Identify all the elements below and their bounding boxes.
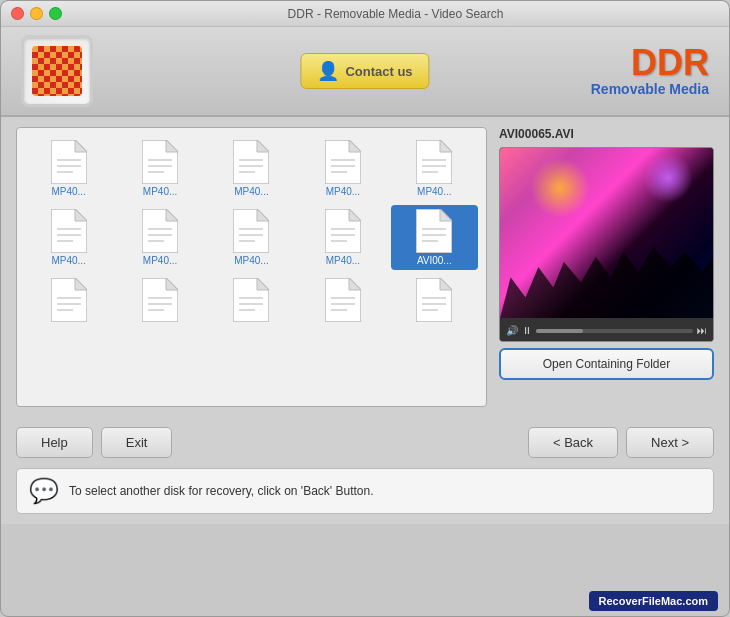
file-label: MP40... xyxy=(51,255,85,266)
svg-marker-21 xyxy=(440,140,452,152)
file-label: MP40... xyxy=(234,186,268,197)
file-item[interactable]: MP40... xyxy=(25,205,112,270)
svg-marker-71 xyxy=(440,278,452,290)
file-label: MP40... xyxy=(326,186,360,197)
brand-subtitle: Removable Media xyxy=(591,81,709,97)
exit-button[interactable]: Exit xyxy=(101,427,173,458)
titlebar: DDR - Removable Media - Video Search xyxy=(1,1,729,27)
contact-icon: 👤 xyxy=(317,60,339,82)
file-item[interactable]: AVI00... xyxy=(391,205,478,270)
file-icon xyxy=(51,140,87,184)
progress-fill xyxy=(536,329,583,333)
bottom-section: Help Exit < Back Next > 💬 To select anot… xyxy=(1,417,729,524)
file-item[interactable] xyxy=(299,274,386,328)
file-item[interactable]: MP40... xyxy=(25,136,112,201)
footer: RecoverFileMac.com xyxy=(589,591,718,611)
main-content: MP40... MP40... MP40... MP xyxy=(1,117,729,417)
nav-btn-group: < Back Next > xyxy=(528,427,714,458)
file-item[interactable]: MP40... xyxy=(116,205,203,270)
app-logo xyxy=(21,35,93,107)
svg-marker-26 xyxy=(75,209,87,221)
file-icon xyxy=(233,209,269,253)
svg-marker-41 xyxy=(349,209,361,221)
minimize-button[interactable] xyxy=(30,7,43,20)
close-button[interactable] xyxy=(11,7,24,20)
svg-marker-16 xyxy=(349,140,361,152)
file-item[interactable] xyxy=(208,274,295,328)
file-item[interactable]: MP40... xyxy=(208,205,295,270)
nav-buttons: Help Exit < Back Next > xyxy=(16,427,714,458)
file-label: MP40... xyxy=(326,255,360,266)
file-icon xyxy=(416,278,452,322)
svg-marker-51 xyxy=(75,278,87,290)
file-item[interactable]: MP40... xyxy=(208,136,295,201)
file-icon xyxy=(416,209,452,253)
file-item[interactable] xyxy=(391,274,478,328)
svg-marker-31 xyxy=(166,209,178,221)
file-icon xyxy=(233,140,269,184)
next-button[interactable]: Next > xyxy=(626,427,714,458)
video-light1 xyxy=(530,158,590,218)
file-icon xyxy=(142,278,178,322)
file-item[interactable]: MP40... xyxy=(299,205,386,270)
svg-marker-36 xyxy=(257,209,269,221)
video-controls: 🔊 ⏸ ⏭ xyxy=(500,318,713,342)
file-label: AVI00... xyxy=(417,255,452,266)
svg-marker-61 xyxy=(257,278,269,290)
file-icon xyxy=(51,209,87,253)
logo-icon xyxy=(32,46,82,96)
preview-panel: AVI00065.AVI 🔊 ⏸ ⏭ Open Containing Folde… xyxy=(499,127,714,407)
file-icon xyxy=(325,140,361,184)
file-grid-container[interactable]: MP40... MP40... MP40... MP xyxy=(16,127,487,407)
recover-badge: RecoverFileMac.com xyxy=(589,591,718,611)
status-bar: 💬 To select another disk for recovery, c… xyxy=(16,468,714,514)
video-thumbnail xyxy=(500,148,713,318)
file-label: MP40... xyxy=(234,255,268,266)
brand: DDR Removable Media xyxy=(591,45,709,97)
brand-title: DDR xyxy=(591,45,709,81)
volume-icon[interactable]: 🔊 xyxy=(506,325,518,336)
contact-button[interactable]: 👤 Contact us xyxy=(300,53,429,89)
status-icon: 💬 xyxy=(29,477,59,505)
file-icon xyxy=(416,140,452,184)
file-item[interactable]: MP40... xyxy=(299,136,386,201)
file-item[interactable]: MP40... xyxy=(391,136,478,201)
preview-filename: AVI00065.AVI xyxy=(499,127,714,141)
help-button[interactable]: Help xyxy=(16,427,93,458)
maximize-button[interactable] xyxy=(49,7,62,20)
file-icon xyxy=(51,278,87,322)
svg-marker-6 xyxy=(166,140,178,152)
video-crowd xyxy=(500,216,713,318)
file-label: MP40... xyxy=(51,186,85,197)
video-preview: 🔊 ⏸ ⏭ xyxy=(499,147,714,342)
file-grid: MP40... MP40... MP40... MP xyxy=(25,136,478,328)
svg-marker-11 xyxy=(257,140,269,152)
header: 👤 Contact us DDR Removable Media xyxy=(1,27,729,117)
skip-forward-button[interactable]: ⏭ xyxy=(697,325,707,336)
svg-marker-66 xyxy=(349,278,361,290)
contact-label: Contact us xyxy=(345,64,412,79)
video-light2 xyxy=(643,153,693,203)
file-label: MP40... xyxy=(143,255,177,266)
file-icon xyxy=(325,278,361,322)
file-icon xyxy=(233,278,269,322)
file-icon xyxy=(142,209,178,253)
svg-marker-56 xyxy=(166,278,178,290)
svg-marker-46 xyxy=(440,209,452,221)
file-icon xyxy=(142,140,178,184)
file-item[interactable] xyxy=(116,274,203,328)
window-controls xyxy=(11,7,62,20)
open-folder-button[interactable]: Open Containing Folder xyxy=(499,348,714,380)
file-item[interactable]: MP40... xyxy=(116,136,203,201)
play-pause-button[interactable]: ⏸ xyxy=(522,325,532,336)
file-item[interactable] xyxy=(25,274,112,328)
status-text: To select another disk for recovery, cli… xyxy=(69,484,374,498)
window-title: DDR - Removable Media - Video Search xyxy=(72,7,719,21)
svg-marker-1 xyxy=(75,140,87,152)
file-label: MP40... xyxy=(143,186,177,197)
back-button[interactable]: < Back xyxy=(528,427,618,458)
progress-bar[interactable] xyxy=(536,329,693,333)
file-icon xyxy=(325,209,361,253)
file-label: MP40... xyxy=(417,186,451,197)
